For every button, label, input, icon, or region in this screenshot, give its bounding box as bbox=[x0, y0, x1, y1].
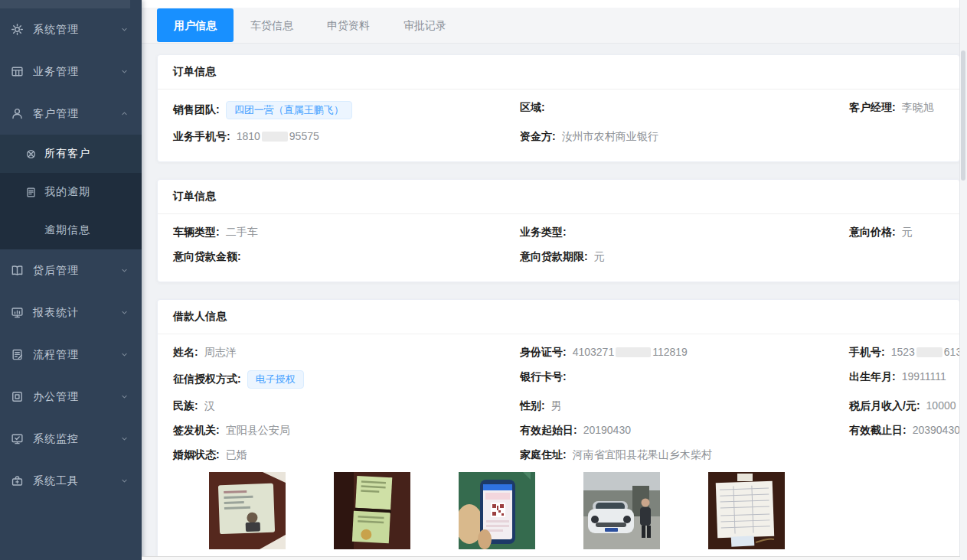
tab-bar: 用户信息车贷信息申贷资料审批记录 bbox=[142, 0, 967, 44]
photo-thumbnail-green-booklet[interactable]: 绿本照片 bbox=[334, 472, 410, 560]
field-label: 销售团队: bbox=[173, 103, 220, 116]
photo-thumbnail-car-person[interactable]: 人车合影 bbox=[583, 472, 660, 560]
sidebar-item-7[interactable]: 系统监控 bbox=[0, 418, 142, 460]
field-row: 婚姻状态:已婚家庭住址:河南省宜阳县花果山乡木柴村 bbox=[173, 443, 944, 467]
field: 意向贷款金额: bbox=[173, 245, 520, 269]
field-label: 业务手机号: bbox=[173, 130, 230, 142]
value-segment: 4103271 bbox=[573, 346, 615, 358]
vertical-scrollbar[interactable] bbox=[959, 0, 967, 560]
app-root: 系统管理业务管理客户管理所有客户我的逾期逾期信息贷后管理报表统计流程管理办公管理… bbox=[0, 0, 967, 560]
field-value: 4103271112819 bbox=[573, 346, 688, 358]
sidebar-submenu: 所有客户我的逾期逾期信息 bbox=[0, 135, 142, 249]
card-title: 订单信息 bbox=[158, 180, 959, 214]
field-row: 征信授权方式:电子授权银行卡号:出生年月:19911111 bbox=[173, 365, 944, 394]
field: 客户经理:李晓旭 bbox=[849, 96, 944, 125]
field-value: 20190430 bbox=[583, 424, 631, 436]
main-content: 用户信息车贷信息申贷资料审批记录 订单信息销售团队:四团一营（直属王鹏飞）区域:… bbox=[142, 0, 967, 560]
field-value: 15236137 bbox=[891, 346, 967, 358]
wheel-icon bbox=[25, 148, 37, 160]
sidebar-subitem-2-0[interactable]: 所有客户 bbox=[0, 135, 142, 173]
field-tag: 四团一营（直属王鹏飞） bbox=[226, 101, 352, 119]
vertical-scrollbar-thumb[interactable] bbox=[961, 50, 965, 181]
field-label: 征信授权方式: bbox=[173, 373, 241, 385]
photo-thumbnail-phone-qr[interactable]: 授权截图 bbox=[459, 472, 535, 560]
value-segment: 1523 bbox=[891, 346, 915, 358]
field: 车辆类型:二手车 bbox=[173, 220, 520, 245]
sidebar-item-label: 贷后管理 bbox=[33, 264, 79, 278]
chevron-down-icon bbox=[119, 434, 129, 444]
field-value: 汝州市农村商业银行 bbox=[562, 130, 658, 142]
field: 税后月收入/元:10000 bbox=[849, 394, 956, 418]
field-value: 汉 bbox=[204, 399, 215, 412]
horizontal-scrollbar[interactable] bbox=[142, 556, 960, 560]
sidebar-item-3[interactable]: 贷后管理 bbox=[0, 249, 142, 291]
sidebar-top-strip bbox=[0, 0, 130, 8]
chevron-down-icon bbox=[119, 265, 129, 275]
card-body: 车辆类型:二手车业务类型:意向价格:元意向贷款金额:意向贷款期限:元 bbox=[158, 214, 959, 282]
card-title: 订单信息 bbox=[158, 55, 959, 90]
field-tag: 电子授权 bbox=[247, 370, 304, 389]
field-value: 男 bbox=[551, 399, 562, 412]
sidebar-item-label: 流程管理 bbox=[33, 348, 79, 362]
chevron-down-icon bbox=[119, 24, 129, 34]
tab-0[interactable]: 用户信息 bbox=[157, 8, 234, 42]
field-value: 元 bbox=[594, 250, 605, 262]
field-value: 181095575 bbox=[237, 130, 319, 142]
photo-thumbnail-id-card[interactable]: 个人照 bbox=[209, 472, 286, 560]
sidebar-subitem-label: 我的逾期 bbox=[44, 185, 90, 199]
sidebar-item-4[interactable]: 报表统计 bbox=[0, 291, 142, 334]
sidebar-subitem-2-1[interactable]: 我的逾期 bbox=[0, 173, 142, 211]
sidebar-item-label: 办公管理 bbox=[33, 390, 79, 404]
sidebar-item-8[interactable]: 系统工具 bbox=[0, 460, 142, 502]
field-label: 银行卡号: bbox=[520, 370, 567, 383]
sidebar-subitem-label: 逾期信息 bbox=[44, 223, 90, 237]
field: 家庭住址:河南省宜阳县花果山乡木柴村 bbox=[520, 443, 849, 467]
field-label: 资金方: bbox=[520, 130, 556, 142]
redacted-segment bbox=[916, 347, 942, 357]
field: 征信授权方式:电子授权 bbox=[173, 365, 520, 394]
sidebar-item-label: 系统监控 bbox=[33, 432, 79, 446]
chevron-up-icon bbox=[119, 109, 129, 119]
field: 性别:男 bbox=[520, 394, 849, 418]
field-label: 业务类型: bbox=[520, 226, 567, 238]
field-row: 车辆类型:二手车业务类型:意向价格:元 bbox=[173, 220, 944, 245]
value-segment: 95575 bbox=[289, 130, 319, 142]
field: 有效截止日:20390430 bbox=[849, 418, 960, 443]
paper-document-image bbox=[708, 472, 785, 549]
field-label: 民族: bbox=[173, 399, 198, 412]
field-label: 车辆类型: bbox=[173, 226, 220, 238]
grid-icon bbox=[11, 65, 24, 78]
value-segment: 1810 bbox=[237, 130, 260, 142]
field: 意向贷款期限:元 bbox=[520, 245, 849, 269]
sidebar-subitem-2-2[interactable]: 逾期信息 bbox=[0, 211, 142, 249]
tab-2[interactable]: 申贷资料 bbox=[310, 8, 387, 42]
sidebar-item-2[interactable]: 客户管理 bbox=[0, 93, 142, 135]
field-value: 19911111 bbox=[902, 370, 946, 383]
sidebar-item-0[interactable]: 系统管理 bbox=[0, 8, 142, 50]
sidebar-item-6[interactable]: 办公管理 bbox=[0, 376, 142, 418]
gear-icon bbox=[11, 23, 24, 36]
green-booklet-image bbox=[334, 472, 410, 549]
field-label: 有效截止日: bbox=[849, 424, 907, 436]
sidebar-item-1[interactable]: 业务管理 bbox=[0, 50, 142, 93]
field-row: 民族:汉性别:男税后月收入/元:10000 bbox=[173, 394, 944, 418]
chevron-down-icon bbox=[119, 350, 129, 360]
field: 业务类型: bbox=[520, 220, 849, 245]
card-body: 销售团队:四团一营（直属王鹏飞）区域:客户经理:李晓旭业务手机号:1810955… bbox=[158, 90, 959, 161]
redacted-segment bbox=[262, 132, 288, 142]
photo-thumbnail-paper-document[interactable]: 材料照片 bbox=[708, 472, 785, 560]
field-row: 签发机关:宜阳县公安局有效起始日:20190430有效截止日:20390430 bbox=[173, 418, 944, 443]
tab-1[interactable]: 车贷信息 bbox=[234, 8, 310, 42]
sidebar-item-label: 系统管理 bbox=[33, 23, 79, 37]
sidebar-item-5[interactable]: 流程管理 bbox=[0, 334, 142, 376]
field-row: 业务手机号:181095575资金方:汝州市农村商业银行 bbox=[173, 125, 944, 149]
field-label: 身份证号: bbox=[520, 346, 567, 358]
field: 区域: bbox=[520, 96, 849, 125]
info-card-1: 订单信息车辆类型:二手车业务类型:意向价格:元意向贷款金额:意向贷款期限:元 bbox=[157, 179, 960, 282]
book-icon bbox=[11, 264, 24, 277]
tab-3[interactable]: 审批记录 bbox=[387, 8, 463, 42]
redacted-segment bbox=[616, 347, 651, 357]
field: 民族:汉 bbox=[173, 394, 520, 418]
field: 销售团队:四团一营（直属王鹏飞） bbox=[173, 96, 520, 125]
info-card-2: 借款人信息姓名:周志洋身份证号:4103271112819手机号:1523613… bbox=[157, 299, 960, 560]
